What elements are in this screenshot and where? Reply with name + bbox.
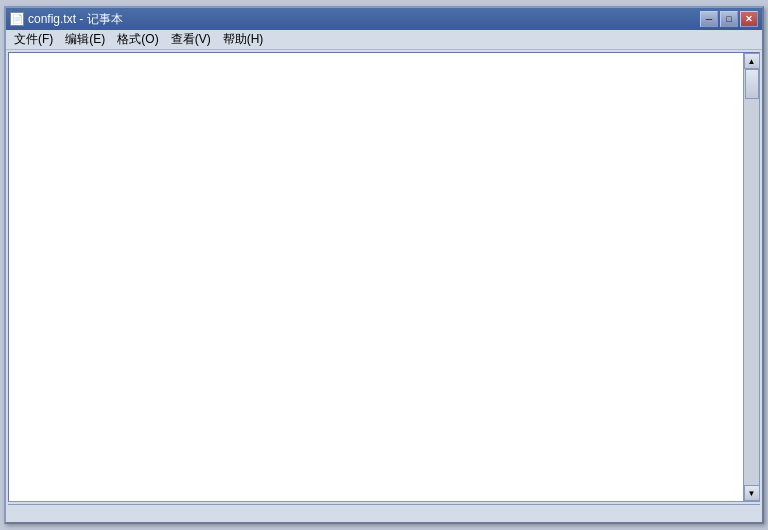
text-editor[interactable] xyxy=(9,53,743,501)
scrollbar-thumb[interactable] xyxy=(745,69,759,99)
vertical-scrollbar: ▲ ▼ xyxy=(743,53,759,501)
menu-help[interactable]: 帮助(H) xyxy=(217,29,270,50)
menu-edit[interactable]: 编辑(E) xyxy=(59,29,111,50)
app-icon: 📄 xyxy=(10,12,24,26)
menu-bar: 文件(F) 编辑(E) 格式(O) 查看(V) 帮助(H) xyxy=(6,30,762,50)
notepad-window: 📄 config.txt - 记事本 ─ □ ✕ 文件(F) 编辑(E) 格式(… xyxy=(4,6,764,524)
window-title: config.txt - 记事本 xyxy=(28,11,123,28)
editor-area: ▲ ▼ xyxy=(8,52,760,502)
title-bar-left: 📄 config.txt - 记事本 xyxy=(10,11,123,28)
maximize-button[interactable]: □ xyxy=(720,11,738,27)
menu-file[interactable]: 文件(F) xyxy=(8,29,59,50)
menu-format[interactable]: 格式(O) xyxy=(111,29,164,50)
scroll-up-button[interactable]: ▲ xyxy=(744,53,760,69)
close-button[interactable]: ✕ xyxy=(740,11,758,27)
horizontal-scrollbar[interactable] xyxy=(8,504,760,520)
minimize-button[interactable]: ─ xyxy=(700,11,718,27)
title-bar: 📄 config.txt - 记事本 ─ □ ✕ xyxy=(6,8,762,30)
window-controls: ─ □ ✕ xyxy=(700,11,758,27)
scrollbar-track[interactable] xyxy=(744,69,759,485)
scroll-down-button[interactable]: ▼ xyxy=(744,485,760,501)
menu-view[interactable]: 查看(V) xyxy=(165,29,217,50)
